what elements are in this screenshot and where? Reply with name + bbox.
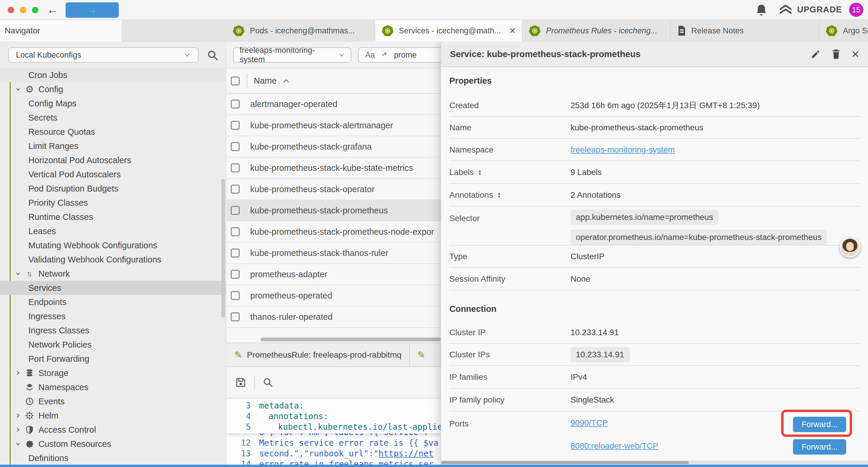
row-checkbox[interactable] [231, 164, 240, 172]
sidebar-item-ingress-classes[interactable]: Ingress Classes [0, 323, 226, 338]
sidebar-item-leases[interactable]: Leases [0, 224, 226, 238]
sidebar-item-helm[interactable]: Helm [0, 408, 226, 423]
editor-tab-prometheusrule[interactable]: ✎ PrometheusRule: freeleaps-prod-rabbitm… [226, 343, 410, 367]
chevron-right-icon[interactable] [13, 413, 23, 418]
sidebar-item-network[interactable]: ↑↓ Network [0, 267, 226, 281]
table-row[interactable]: kube-prometheus-stack-prometheus-node-ex… [226, 222, 441, 243]
traffic-light-minimize-icon[interactable] [20, 7, 26, 13]
editor-search-icon[interactable] [262, 377, 273, 388]
navigator-panel-tab[interactable]: Navigator [0, 20, 122, 41]
row-checkbox[interactable] [231, 206, 240, 215]
name-column-header[interactable]: Name [254, 76, 277, 86]
forward-button-8080[interactable]: Forward... [793, 439, 846, 455]
sidebar-item-mutating-webhook-configurations[interactable]: Mutating Webhook Configurations [0, 238, 226, 253]
sidebar-item-services[interactable]: Services [0, 281, 226, 295]
sidebar-item-network-policies[interactable]: Network Policies [0, 338, 226, 352]
horizontal-scrollbar[interactable] [260, 338, 441, 341]
sidebar-search-icon[interactable] [207, 49, 219, 61]
tab-prometheus-rules[interactable]: Prometheus Rules - icecheng... [522, 20, 671, 41]
tab-argo[interactable]: Argo Se [819, 20, 868, 41]
row-checkbox[interactable] [231, 270, 240, 279]
tab-release-notes[interactable]: Release Notes [671, 20, 819, 41]
sort-ascending-icon[interactable] [283, 79, 289, 83]
delete-trash-icon[interactable] [831, 49, 841, 59]
chevron-down-icon[interactable] [13, 271, 23, 276]
upgrade-button[interactable]: UPGRADE [779, 4, 842, 16]
name-filter-input[interactable]: Aa ▪* prome [358, 47, 441, 63]
sidebar-item-namespaces[interactable]: Namespaces [0, 380, 226, 394]
sidebar-item-custom-resources[interactable]: Custom Resources [0, 437, 226, 451]
tab-pods[interactable]: Pods - icecheng@mathmas... [226, 20, 375, 41]
traffic-light-zoom-icon[interactable] [32, 7, 38, 13]
sidebar-item-secrets[interactable]: Secrets [0, 111, 226, 125]
table-row[interactable]: thanos-ruler-operated [226, 307, 441, 328]
namespace-selector[interactable]: freeleaps-monitoring-system [233, 47, 351, 63]
table-row[interactable]: prometheus-operated [226, 285, 441, 307]
chevron-down-icon[interactable] [13, 441, 23, 447]
table-row[interactable]: kube-prometheus-stack-thanos-ruler [226, 243, 441, 264]
notifications-bell-icon[interactable] [755, 4, 768, 17]
property-value[interactable]: 9 Labels [570, 168, 602, 177]
table-row[interactable]: kube-prometheus-stack-grafana [226, 136, 441, 157]
port-link-9090[interactable]: 9090/TCP [570, 418, 608, 428]
row-checkbox[interactable] [231, 121, 240, 130]
selector-chip[interactable]: app.kubernetes.io/name=prometheus [570, 209, 718, 225]
sidebar-item-horizontal-pod-autoscalers[interactable]: Horizontal Pod Autoscalers [0, 153, 226, 167]
edit-pencil-icon[interactable] [811, 49, 821, 59]
sidebar-item-port-forwarding[interactable]: Port Forwarding [0, 352, 226, 366]
sidebar-item-validating-webhook-configurations[interactable]: Validating Webhook Configurations [0, 253, 226, 267]
row-checkbox[interactable] [231, 291, 240, 300]
sidebar-item-events[interactable]: Events [0, 394, 226, 408]
table-row[interactable]: alertmanager-operated [226, 94, 441, 115]
yaml-editor[interactable]: o","for":"hm","labels":{"service":" 12Me… [226, 399, 441, 465]
chevron-right-icon[interactable] [13, 427, 23, 433]
table-row[interactable]: kube-prometheus-stack-operator [226, 179, 441, 200]
back-arrow-icon[interactable]: ← [47, 2, 59, 17]
forward-arrow-icon[interactable]: → [66, 2, 119, 18]
tab-services[interactable]: Services - icecheng@math... × [375, 20, 522, 41]
sidebar-item-storage[interactable]: Storage [0, 366, 226, 380]
table-row[interactable]: kube-prometheus-stack-alertmanager [226, 115, 441, 136]
sidebar-scrollbar[interactable] [221, 179, 225, 318]
drawer-horizontal-scrollbar[interactable] [441, 461, 868, 465]
port-link-8080[interactable]: 8080:reloader-web/TCP [570, 441, 658, 451]
expand-collapse-icon[interactable]: ▲▼ [497, 192, 501, 198]
close-drawer-icon[interactable]: × [851, 48, 859, 60]
regex-toggle[interactable]: ▪* [382, 51, 387, 60]
runbook-url-link[interactable]: https://net [379, 449, 433, 459]
row-checkbox[interactable] [231, 227, 240, 236]
table-row[interactable]: prometheus-adapter [226, 264, 441, 285]
sidebar-item-runtime-classes[interactable]: Runtime Classes [0, 210, 226, 224]
sidebar-item-ingresses[interactable]: Ingresses [0, 309, 226, 323]
selector-chip[interactable]: operator.prometheus.io/name=kube-prometh… [570, 230, 827, 245]
sidebar-item-endpoints[interactable]: Endpoints [0, 295, 226, 309]
traffic-light-close-icon[interactable] [8, 7, 14, 13]
match-case-toggle[interactable]: Aa [365, 51, 375, 60]
close-tab-icon[interactable]: × [509, 25, 516, 37]
expand-collapse-icon[interactable]: ▲▼ [478, 169, 482, 176]
sidebar-item-config[interactable]: ⚙ Config [0, 82, 226, 96]
row-checkbox[interactable] [231, 142, 240, 151]
sidebar-item-pod-disruption-budgets[interactable]: Pod Disruption Budgets [0, 181, 226, 196]
save-icon[interactable] [235, 377, 247, 388]
namespace-link[interactable]: freeleaps-monitoring-system [570, 145, 675, 154]
cluster-ip-chip[interactable]: 10.233.14.91 [570, 347, 629, 362]
sidebar-item-access-control[interactable]: Access Control [0, 423, 226, 437]
row-checkbox[interactable] [231, 249, 240, 258]
sidebar-item-limit-ranges[interactable]: Limit Ranges [0, 139, 226, 153]
sidebar-item-config-maps[interactable]: Config Maps [0, 96, 226, 111]
table-row-selected[interactable]: kube-prometheus-stack-prometheus [226, 200, 441, 222]
row-checkbox[interactable] [231, 185, 240, 194]
chevron-right-icon[interactable] [13, 370, 23, 376]
sidebar-item-vertical-pod-autoscalers[interactable]: Vertical Pod Autoscalers [0, 167, 226, 181]
sidebar-item-cron-jobs[interactable]: Cron Jobs [0, 68, 226, 82]
property-value[interactable]: 2 Annotations [570, 191, 621, 200]
row-checkbox[interactable] [231, 99, 240, 109]
sidebar-item-definitions[interactable]: Definitions [0, 451, 226, 465]
notification-count-badge[interactable]: 15 [849, 3, 863, 17]
row-checkbox[interactable] [231, 313, 240, 321]
table-row[interactable]: kube-prometheus-stack-kube-state-metrics [226, 157, 441, 179]
sidebar-item-resource-quotas[interactable]: Resource Quotas [0, 125, 226, 139]
user-avatar[interactable] [840, 237, 860, 258]
select-all-checkbox[interactable] [231, 77, 240, 85]
